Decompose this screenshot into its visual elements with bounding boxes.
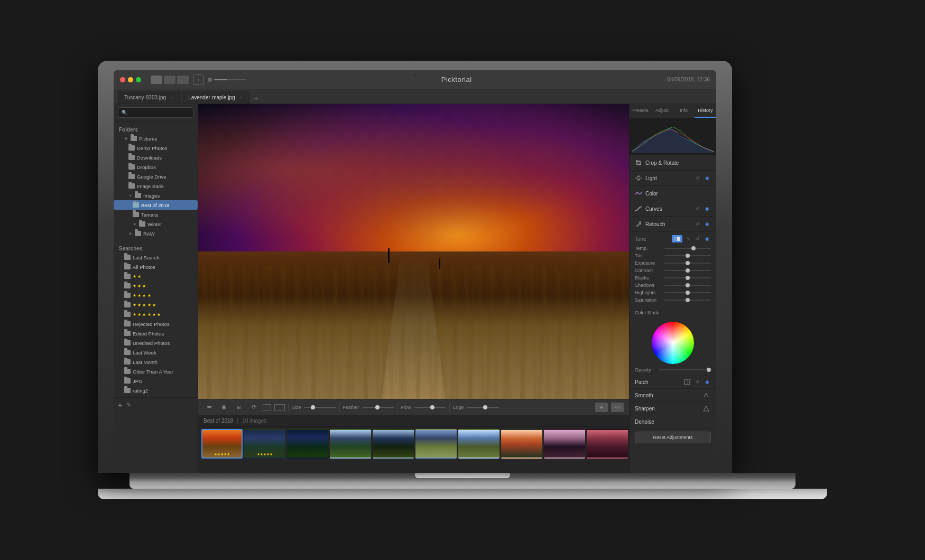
sidebar-item-unedited[interactable]: Unedited Photos — [114, 338, 198, 348]
retouch-header[interactable]: Retouch ↺ ◉ — [630, 217, 716, 231]
close-button[interactable] — [120, 77, 125, 82]
tone-reset-button[interactable]: ↺ — [694, 235, 701, 242]
tone-mode-button[interactable] — [672, 235, 682, 242]
feather-slider[interactable] — [363, 407, 394, 408]
sharpen-tool-button[interactable] — [701, 404, 711, 413]
sidebar-item-stars5[interactable]: ★ ★ ★ ★ ★ — [114, 300, 198, 310]
filmstrip-photo-10[interactable] — [587, 429, 628, 459]
tone-toggle-button[interactable]: ◉ — [704, 235, 711, 242]
filmstrip-photo-4[interactable] — [330, 429, 371, 459]
sidebar-item-pictures[interactable]: ▶ Pictures — [114, 134, 198, 143]
tab-adjust[interactable]: Adjust — [651, 104, 673, 118]
photo-viewer[interactable] — [198, 104, 629, 399]
curves-header[interactable]: Curves ↺ ◉ — [630, 201, 716, 216]
curves-toggle-button[interactable]: ◉ — [704, 205, 711, 212]
view-btn-3[interactable] — [177, 76, 189, 84]
light-header[interactable]: Light ↺ ◉ — [630, 171, 716, 185]
tone-highlights-slider[interactable] — [664, 292, 711, 293]
single-view-button[interactable]: A — [595, 403, 608, 412]
flow-slider[interactable] — [414, 407, 446, 408]
sidebar-item-bestof2018[interactable]: Best of 2018 — [114, 200, 198, 210]
tone-contrast-slider[interactable] — [664, 270, 711, 271]
filmstrip-photo-5[interactable] — [373, 429, 414, 459]
sidebar-item-dropbox[interactable]: Dropbox — [114, 162, 198, 172]
tab-lavender-close[interactable]: × — [238, 95, 244, 100]
minimize-button[interactable] — [128, 77, 133, 82]
sidebar-item-allphotos[interactable]: All Photos — [114, 262, 198, 272]
sidebar-item-stars2[interactable]: ★ ★ — [114, 272, 198, 281]
square-tool-button[interactable] — [263, 404, 271, 410]
patch-tool-button[interactable] — [682, 377, 692, 387]
filmstrip-photo-3[interactable] — [287, 429, 328, 459]
light-reset-button[interactable]: ↺ — [694, 174, 701, 182]
opacity-slider[interactable] — [659, 369, 711, 370]
view-btn-2[interactable] — [164, 76, 175, 84]
sidebar-item-googledrive[interactable]: Google Drive — [114, 172, 198, 181]
edge-slider[interactable] — [467, 407, 499, 408]
sidebar-item-tamara[interactable]: Tamara — [114, 210, 198, 219]
tab-tuscany[interactable]: Tuscany-8203.jpg × — [118, 91, 181, 104]
tone-saturation-slider[interactable] — [664, 300, 711, 301]
size-slider[interactable] — [304, 407, 336, 408]
filmstrip-photo-1[interactable]: ★★★★★ — [201, 429, 243, 459]
reset-adjustments-button[interactable]: Reset Adjustments — [635, 432, 711, 443]
sidebar-item-stars3[interactable]: ★ ★ ★ — [114, 281, 198, 291]
sidebar-item-lastmonth[interactable]: Last Month — [114, 357, 198, 367]
tone-temp-slider[interactable] — [664, 248, 711, 249]
split-view-button[interactable]: A|B — [611, 403, 624, 412]
filmstrip-photo-2[interactable]: ★★★★★ — [244, 429, 285, 459]
tab-lavender[interactable]: Lavender-maple.jpg × — [182, 91, 249, 104]
transform-tool-button[interactable]: ⟳ — [248, 403, 260, 412]
patch-reset-button[interactable]: ↺ — [694, 378, 701, 386]
tab-history[interactable]: History — [695, 104, 716, 118]
tab-info[interactable]: Info — [673, 104, 695, 118]
filmstrip-photo-6[interactable] — [415, 429, 457, 459]
sidebar-item-lastsearch[interactable]: Last Search — [114, 253, 198, 262]
tone-tint-slider[interactable] — [664, 255, 711, 256]
retouch-reset-button[interactable]: ↺ — [694, 220, 701, 228]
filmstrip-photo-8[interactable] — [501, 429, 542, 459]
sidebar-item-demophotos[interactable]: Demo Photos — [114, 143, 198, 153]
maximize-button[interactable] — [136, 77, 141, 82]
sidebar-item-stars6[interactable]: ★ ★ ★ ★ ★ ★ — [114, 310, 198, 319]
sidebar-item-lastweek[interactable]: Last Week — [114, 348, 198, 357]
curves-reset-button[interactable]: ↺ — [694, 205, 701, 212]
add-album-button[interactable]: + — [118, 401, 122, 409]
sidebar-item-rating2[interactable]: rating2 — [114, 386, 198, 395]
filmstrip-photo-9[interactable] — [544, 429, 585, 459]
edit-album-button[interactable]: ✎ — [126, 402, 131, 408]
tab-presets[interactable]: Presets — [630, 104, 651, 118]
tone-shadows-slider[interactable] — [664, 285, 711, 286]
view-btn-1[interactable] — [151, 76, 162, 84]
tone-edit-button[interactable]: ✎ — [684, 235, 692, 242]
smooth-tool-button[interactable] — [701, 390, 711, 400]
patch-toggle-button[interactable]: ◉ — [704, 378, 711, 386]
sidebar-item-winter[interactable]: ▶ Winter — [114, 219, 198, 229]
sidebar-item-imagebank[interactable]: Image Bank — [114, 181, 198, 191]
sidebar-item-images[interactable]: ▼ Images — [114, 191, 198, 200]
filmstrip-photo-7[interactable] — [458, 429, 500, 459]
rect-tool-button[interactable] — [274, 404, 285, 410]
sidebar-item-stars4[interactable]: ★ ★ ★ ★ — [114, 291, 198, 300]
retouch-toggle-button[interactable]: ◉ — [704, 220, 711, 228]
crop-rotate-header[interactable]: Crop & Rotate — [630, 155, 716, 170]
share-button[interactable]: ↑ — [193, 74, 204, 85]
tone-exposure-slider[interactable] — [664, 263, 711, 264]
color-wheel[interactable] — [652, 322, 694, 364]
zoom-slider[interactable] — [208, 78, 246, 82]
grid-tool-button[interactable]: ⊞ — [233, 403, 245, 412]
brush-tool-button[interactable]: ✏ — [204, 403, 215, 412]
tone-blacks-slider[interactable] — [664, 277, 711, 278]
tab-add-button[interactable]: + — [251, 93, 262, 104]
sidebar-item-rejected[interactable]: Rejected Photos — [114, 319, 198, 329]
lasso-tool-button[interactable]: ◉ — [218, 403, 230, 412]
sidebar-item-edited[interactable]: Edited Photos — [114, 329, 198, 338]
tab-tuscany-close[interactable]: × — [169, 95, 174, 100]
color-header[interactable]: Color — [630, 186, 716, 201]
sidebar-item-downloads[interactable]: Downloads — [114, 153, 198, 162]
search-input[interactable]: 🔍 — [118, 107, 193, 118]
light-toggle-button[interactable]: ◉ — [704, 174, 711, 182]
sidebar-item-jpg[interactable]: JPG — [114, 376, 198, 386]
sidebar-item-raw[interactable]: ▶ RAW — [114, 229, 198, 238]
sidebar-item-olderthanayear[interactable]: Older Than A Year — [114, 367, 198, 376]
